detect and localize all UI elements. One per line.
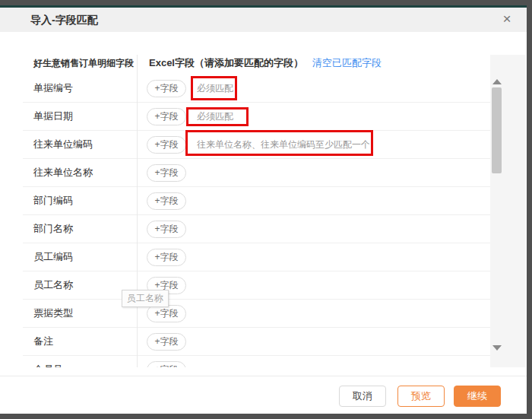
add-field-button[interactable]: +字段 bbox=[147, 192, 186, 210]
field-name-label: 部门编码 bbox=[23, 194, 137, 208]
table-row: 部门名称 +字段 bbox=[23, 215, 490, 243]
add-field-button[interactable]: +字段 bbox=[147, 136, 186, 154]
field-match-cell: +字段 bbox=[137, 164, 490, 182]
table-row: 单据日期 +字段 必须匹配 bbox=[23, 103, 490, 131]
field-match-cell: +字段 bbox=[137, 361, 490, 368]
import-field-matching-dialog-screen: 导入-字段匹配 × 好生意销售订单明细字段 Excel字段（请添加要匹配的字段）… bbox=[0, 0, 532, 419]
field-name-label: 备注 bbox=[23, 335, 137, 348]
add-field-button[interactable]: +字段 bbox=[147, 361, 186, 368]
table-row: 票据类型 +字段 bbox=[23, 300, 490, 328]
scroll-down-icon[interactable] bbox=[492, 345, 502, 351]
column-header-source-fields: 好生意销售订单明细字段 bbox=[23, 55, 137, 75]
table-row: 员工名称 +字段 bbox=[23, 271, 490, 300]
add-field-button[interactable]: +字段 bbox=[147, 333, 186, 351]
column-divider bbox=[137, 55, 138, 367]
window-chrome-top bbox=[0, 0, 532, 5]
footer-divider bbox=[0, 376, 527, 376]
field-name-label: 往来单位编码 bbox=[23, 138, 137, 151]
continue-button[interactable]: 继续 bbox=[454, 386, 501, 407]
scroll-up-icon[interactable] bbox=[492, 79, 502, 84]
cancel-button[interactable]: 取消 bbox=[339, 386, 386, 407]
field-match-cell: +字段 bbox=[137, 333, 490, 351]
table-row: 会员号 +字段 bbox=[23, 356, 490, 367]
add-field-button[interactable]: +字段 bbox=[147, 221, 186, 238]
preview-button[interactable]: 预览 bbox=[397, 386, 445, 407]
table-header: 好生意销售订单明细字段 Excel字段（请添加要匹配的字段）清空已匹配字段 bbox=[23, 55, 490, 75]
field-match-cell: +字段 往来单位名称、往来单位编码至少匹配一个 bbox=[137, 136, 490, 154]
add-field-button[interactable]: +字段 bbox=[147, 164, 186, 182]
table-row: 往来单位编码 +字段 往来单位名称、往来单位编码至少匹配一个 bbox=[23, 131, 490, 159]
field-match-cell: +字段 bbox=[137, 221, 490, 238]
field-name-label: 员工名称 bbox=[23, 278, 137, 292]
match-hint: 必须匹配 bbox=[197, 110, 233, 123]
field-name-label: 单据编号 bbox=[23, 81, 137, 95]
field-name-label: 员工编码 bbox=[23, 250, 137, 264]
field-match-cell: +字段 bbox=[137, 305, 490, 322]
table-row: 往来单位名称 +字段 bbox=[23, 159, 490, 187]
table-row: 员工编码 +字段 bbox=[23, 243, 490, 271]
field-name-label: 会员号 bbox=[23, 363, 137, 367]
field-match-cell: +字段 必须匹配 bbox=[137, 80, 490, 97]
field-name-label: 往来单位名称 bbox=[23, 166, 137, 179]
add-field-button[interactable]: +字段 bbox=[147, 249, 186, 266]
field-name-label: 单据日期 bbox=[23, 110, 137, 123]
table-row: 单据编号 +字段 必须匹配 bbox=[23, 75, 490, 103]
field-list: 单据编号 +字段 必须匹配 单据日期 +字段 必须匹配 往来单位编码 +字段 往… bbox=[23, 75, 490, 367]
table-row: 备注 +字段 bbox=[23, 328, 490, 356]
excel-fields-header-label: Excel字段（请添加要匹配的字段） bbox=[149, 57, 303, 68]
column-header-excel-fields: Excel字段（请添加要匹配的字段）清空已匹配字段 bbox=[137, 55, 490, 75]
tooltip: 员工名称 bbox=[122, 290, 169, 307]
clear-matched-fields-link[interactable]: 清空已匹配字段 bbox=[312, 57, 382, 68]
match-hint: 往来单位名称、往来单位编码至少匹配一个 bbox=[197, 138, 370, 151]
field-match-cell: +字段 必须匹配 bbox=[137, 108, 490, 125]
window-chrome-right bbox=[527, 0, 532, 419]
dialog-title: 导入-字段匹配 bbox=[0, 8, 527, 32]
table-row: 部门编码 +字段 bbox=[23, 187, 490, 215]
field-match-cell: +字段 bbox=[137, 249, 490, 266]
close-icon[interactable]: × bbox=[498, 8, 516, 32]
field-match-cell: +字段 bbox=[137, 277, 490, 294]
dialog-titlebar: 导入-字段匹配 × bbox=[0, 8, 527, 32]
field-name-label: 票据类型 bbox=[23, 306, 137, 320]
add-field-button[interactable]: +字段 bbox=[147, 80, 186, 97]
field-match-cell: +字段 bbox=[137, 192, 490, 210]
window-chrome-bottom bbox=[0, 414, 532, 419]
add-field-button[interactable]: +字段 bbox=[147, 108, 186, 125]
match-hint: 必须匹配 bbox=[197, 82, 233, 95]
field-name-label: 部门名称 bbox=[23, 222, 137, 236]
scrollbar-thumb[interactable] bbox=[492, 87, 502, 173]
